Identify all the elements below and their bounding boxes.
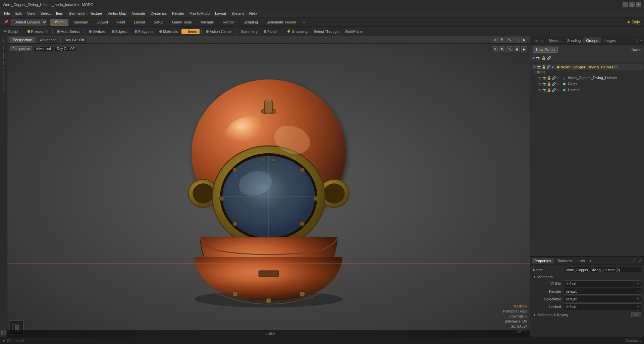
- tab-render[interactable]: Render: [219, 19, 239, 25]
- viewport-perspective-btn[interactable]: Perspective: [10, 46, 32, 51]
- group-expand-icon[interactable]: ▶: [552, 65, 555, 69]
- menu-layout[interactable]: Layout: [212, 11, 229, 16]
- viewport-tr-icon-4[interactable]: ▣: [514, 46, 520, 52]
- tab-scripting[interactable]: Scripting: [239, 19, 262, 25]
- prop-tab-channels[interactable]: Channels: [554, 258, 575, 264]
- panel-tab-items[interactable]: Items: [532, 38, 546, 43]
- maximize-button[interactable]: □: [629, 2, 635, 7]
- prop-render-select[interactable]: default ▼: [564, 288, 641, 295]
- left-panel-q[interactable]: Q:: [2, 77, 5, 81]
- select-through-button[interactable]: Select Through: [311, 29, 341, 34]
- add-layout-tab-button[interactable]: +: [300, 19, 308, 25]
- command-input[interactable]: [7, 339, 626, 343]
- tree-item-glass[interactable]: 👁 📷 🔒 🔗 ▷ ⬟ Glass: [532, 81, 643, 87]
- item2-visibility-icon[interactable]: 👁: [538, 82, 542, 86]
- group-link-icon[interactable]: 🔗: [546, 65, 550, 69]
- item3-expand-icon[interactable]: ▷: [557, 88, 560, 92]
- panel-plus-icon[interactable]: +: [640, 39, 643, 42]
- item3-link-icon[interactable]: 🔗: [552, 88, 556, 92]
- left-panel-uv[interactable]: UV: [2, 82, 5, 87]
- item1-visibility-icon[interactable]: 👁: [538, 76, 542, 80]
- item2-expand-icon[interactable]: ▷: [557, 82, 560, 85]
- menu-system[interactable]: System: [229, 11, 247, 16]
- left-panel-ver[interactable]: Ver.: [2, 60, 5, 66]
- close-button[interactable]: ✕: [636, 2, 641, 7]
- workplane-button[interactable]: WorkPlane: [342, 29, 366, 34]
- tree-item-helmet-mesh[interactable]: 👁 📷 🔒 🔗 ▷ △ Worn_Copper_Diving_Helmet: [532, 75, 643, 81]
- auto-select-button[interactable]: Auto Select: [54, 29, 82, 34]
- members-triangle-icon[interactable]: ▼: [533, 275, 536, 279]
- tab-uvedit[interactable]: UVEdit: [93, 19, 112, 25]
- item2-render-icon[interactable]: 📷: [542, 82, 546, 86]
- menu-edit[interactable]: Edit: [13, 11, 24, 16]
- item3-visibility-icon[interactable]: 👁: [538, 88, 542, 92]
- lock-icon-1[interactable]: 🔒: [541, 56, 546, 60]
- viewport-raygl-btn[interactable]: Ray GL: Off: [55, 46, 77, 51]
- prop-name-input[interactable]: [563, 267, 641, 273]
- left-panel-mesh[interactable]: Mesh: [2, 52, 5, 60]
- group-visibility-icon[interactable]: 👁: [533, 65, 536, 69]
- item3-render-icon[interactable]: 📷: [542, 88, 546, 92]
- selection-keying-triangle-icon[interactable]: ▼: [533, 313, 536, 317]
- left-panel-poly[interactable]: Poly: [2, 70, 5, 77]
- menu-animate[interactable]: Animate: [129, 11, 148, 16]
- menu-view[interactable]: View: [24, 11, 38, 16]
- viewport-tab-perspective[interactable]: Perspective: [10, 37, 35, 43]
- presets-button[interactable]: Presets F6: [25, 29, 51, 34]
- tab-game-tools[interactable]: Game Tools: [168, 19, 196, 25]
- minimize-button[interactable]: ─: [623, 2, 628, 7]
- left-panel-bottom-btn[interactable]: [1, 331, 6, 335]
- menu-file[interactable]: File: [1, 11, 13, 16]
- viewport-expand-icon[interactable]: ⬛: [514, 37, 520, 43]
- viewport-tools-icon[interactable]: 🔧: [506, 37, 513, 43]
- sculpt-button[interactable]: ✏ Sculpt: [1, 28, 21, 34]
- render-icon-1[interactable]: 📷: [536, 56, 541, 60]
- symmetry-button[interactable]: Symmetry: [238, 29, 260, 34]
- tab-setup[interactable]: Setup: [150, 19, 167, 25]
- tree-item-helmet[interactable]: 👁 📷 🔒 🔗 ▷ ⬟ Helmet: [532, 87, 643, 93]
- panel-expand-icon[interactable]: ⬡: [635, 39, 639, 42]
- prop-popout-icon[interactable]: ↗: [637, 258, 643, 264]
- prop-selectable-select[interactable]: default ▼: [564, 296, 641, 302]
- left-panel-def[interactable]: Def.: [2, 38, 5, 44]
- item1-render-icon[interactable]: 📷: [542, 76, 546, 80]
- prop-expand-icon[interactable]: ⬡: [631, 258, 637, 264]
- item1-link-icon[interactable]: 🔗: [552, 76, 556, 80]
- viewport-arrow-icon[interactable]: ▶: [521, 37, 527, 43]
- tab-topology[interactable]: Topology: [69, 19, 92, 25]
- selection-keying-forward-button[interactable]: >>: [631, 312, 641, 317]
- left-panel-fu[interactable]: Fu: [2, 87, 5, 92]
- left-panel-dup[interactable]: Dup.: [2, 44, 5, 51]
- menu-item[interactable]: Item: [53, 11, 66, 16]
- link-icon-1[interactable]: 🔗: [547, 56, 551, 60]
- menu-maxtomode[interactable]: MaxToModo: [187, 11, 212, 16]
- tab-model[interactable]: Model: [50, 19, 68, 25]
- item3-lock-icon[interactable]: 🔒: [547, 88, 551, 92]
- item2-link-icon[interactable]: 🔗: [552, 82, 556, 86]
- menu-geometry[interactable]: Geometry: [66, 11, 87, 16]
- menu-texture[interactable]: Texture: [88, 11, 105, 16]
- prop-locked-select[interactable]: default ▼: [564, 303, 641, 310]
- menu-render[interactable]: Render: [169, 11, 187, 16]
- layout-dropdown[interactable]: Default Layouts: [11, 19, 47, 25]
- prop-tab-properties[interactable]: Properties: [532, 258, 554, 264]
- viewport-advanced-btn[interactable]: Advanced: [34, 46, 53, 51]
- panel-tab-groups[interactable]: Groups: [583, 38, 601, 43]
- group-render-icon[interactable]: 📷: [537, 65, 541, 69]
- viewport-tr-icon-2[interactable]: 🔍: [499, 46, 505, 52]
- prop-tab-add-button[interactable]: +: [588, 258, 593, 264]
- panel-tab-mesh[interactable]: Mesh ...: [546, 38, 565, 43]
- viewport-3d[interactable]: Perspective Advanced Ray GL: Off ⚙ 🔍 🔧 ▣…: [7, 44, 530, 337]
- group-lock-icon[interactable]: 🔒: [542, 65, 546, 69]
- snapping-button[interactable]: ⚡ Snapping: [284, 28, 311, 34]
- viewport-tab-advanced[interactable]: Advanced: [37, 37, 59, 43]
- item2-lock-icon[interactable]: 🔒: [547, 82, 551, 86]
- menu-select[interactable]: Select: [38, 11, 53, 16]
- panel-tab-shading[interactable]: Shading: [565, 38, 583, 43]
- starred-only-button[interactable]: ★ Only: [624, 19, 643, 25]
- prop-tab-lists[interactable]: Lists: [575, 258, 588, 264]
- vertices-button[interactable]: Vertices: [86, 29, 108, 34]
- menu-dynamics[interactable]: Dynamics: [148, 11, 169, 16]
- prop-visible-select[interactable]: default ▼: [564, 280, 641, 287]
- items-button[interactable]: Items: [181, 29, 200, 34]
